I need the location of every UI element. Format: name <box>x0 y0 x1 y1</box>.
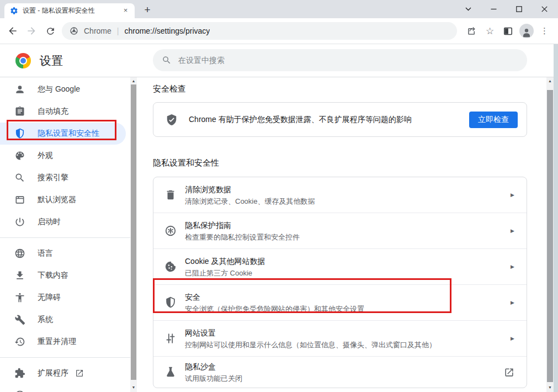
sidebar-item-partial[interactable] <box>0 384 130 392</box>
row-subtitle: 清除浏览记录、Cookie、缓存及其他数据 <box>185 197 511 206</box>
sidebar-item-languages[interactable]: 语言 <box>0 242 130 264</box>
row-privacy-guide[interactable]: 隐私保护指南 检查重要的隐私控制设置和安全控件 ▶ <box>153 213 527 249</box>
tab-close-icon[interactable]: × <box>121 6 130 15</box>
settings-main-panel: 安全检查 Chrome 有助于保护您免受数据泄露、不良扩展程序等问题的影响 立即… <box>137 77 546 392</box>
check-now-button[interactable]: 立即检查 <box>469 112 518 128</box>
sidebar-item-autofill[interactable]: 自动填充 <box>0 100 130 123</box>
chrome-logo-icon <box>15 53 31 68</box>
power-icon <box>14 216 25 227</box>
profile-avatar[interactable] <box>517 22 535 40</box>
security-check-card: Chrome 有助于保护您免受数据泄露、不良扩展程序等问题的影响 立即检查 <box>153 102 527 137</box>
sidebar-item-extensions[interactable]: 扩展程序 <box>0 362 130 384</box>
sidebar-item-you-and-google[interactable]: 您与 Google <box>0 78 130 100</box>
forward-icon[interactable] <box>22 22 41 40</box>
row-security[interactable]: 安全 安全浏览（保护您免受危险网站的侵害）和其他安全设置 ▶ <box>153 285 527 321</box>
security-check-message: Chrome 有助于保护您免受数据泄露、不良扩展程序等问题的影响 <box>189 115 469 125</box>
sidebar-item-default-browser[interactable]: 默认浏览器 <box>0 189 130 211</box>
address-bar[interactable]: Chrome | chrome://settings/privacy <box>62 22 457 40</box>
site-settings-icon <box>164 332 177 345</box>
browser-window: 设置 - 隐私设置和安全性 × + <box>0 0 558 392</box>
maximize-button[interactable] <box>506 0 532 18</box>
main-scrollbar-thumb[interactable] <box>547 90 553 382</box>
row-cookies[interactable]: Cookie 及其他网站数据 已阻止第三方 Cookie ▶ <box>153 249 527 285</box>
sidebar-item-label: 语言 <box>38 248 53 258</box>
globe-icon <box>14 248 25 259</box>
settings-content: 您与 Google 自动填充 隐私设置和安全性 外观 <box>0 77 558 392</box>
sidebar-item-privacy-and-security[interactable]: 隐私设置和安全性 <box>0 123 126 145</box>
url-text: chrome://settings/privacy <box>124 27 210 35</box>
chrome-site-icon <box>70 27 78 35</box>
sidebar-item-label: 默认浏览器 <box>38 195 76 205</box>
main-scrollbar[interactable]: ▲ ▼ <box>546 77 554 392</box>
row-clear-browsing-data[interactable]: 清除浏览数据 清除浏览记录、Cookie、缓存及其他数据 ▶ <box>153 177 527 213</box>
chevron-right-icon: ▶ <box>511 228 514 234</box>
settings-brand: 设置 <box>15 44 63 77</box>
window-controls <box>455 0 557 18</box>
url-site-label: Chrome <box>84 27 111 35</box>
back-icon[interactable] <box>3 22 22 40</box>
side-panel-icon[interactable] <box>499 22 517 40</box>
open-in-new-icon <box>504 367 514 378</box>
browser-toolbar: Chrome | chrome://settings/privacy ☆ ⋮ <box>0 18 558 44</box>
reload-icon[interactable] <box>41 22 60 40</box>
sidebar-item-downloads[interactable]: 下载内容 <box>0 264 130 287</box>
scroll-up-icon[interactable]: ▲ <box>130 77 137 84</box>
trash-icon <box>164 189 177 201</box>
sidebar-item-label: 无障碍 <box>38 293 61 303</box>
sidebar-item-accessibility[interactable]: 无障碍 <box>0 287 130 309</box>
settings-sidebar: 您与 Google 自动填充 隐私设置和安全性 外观 <box>0 77 130 392</box>
privacy-guide-icon <box>164 225 177 237</box>
chrome-circle-icon <box>14 390 25 392</box>
toolbar-right-icons: ☆ ⋮ <box>463 22 554 40</box>
minimize-button[interactable] <box>481 0 506 18</box>
history-restore-icon <box>14 336 25 347</box>
row-title: 清除浏览数据 <box>185 184 511 195</box>
browser-window-icon <box>14 194 25 205</box>
sidebar-item-label: 外观 <box>38 151 53 161</box>
scroll-down-icon[interactable]: ▼ <box>546 384 554 391</box>
privacy-shield-icon <box>14 128 25 139</box>
sidebar-scrollbar-thumb[interactable] <box>131 84 136 380</box>
scroll-up-icon[interactable]: ▲ <box>546 77 554 84</box>
sidebar-item-label: 启动时 <box>38 217 61 227</box>
share-icon[interactable] <box>463 22 481 40</box>
sidebar-item-system[interactable]: 系统 <box>0 309 130 331</box>
row-privacy-sandbox[interactable]: 隐私沙盒 试用版功能已关闭 <box>153 357 527 388</box>
security-check-heading: 安全检查 <box>153 84 527 94</box>
new-tab-button[interactable]: + <box>140 4 155 16</box>
browser-tab[interactable]: 设置 - 隐私设置和安全性 × <box>4 3 135 18</box>
window-edge <box>554 44 558 392</box>
puzzle-icon <box>14 368 25 379</box>
close-window-button[interactable] <box>532 0 557 18</box>
settings-search-box[interactable] <box>153 49 527 71</box>
url-divider: | <box>117 27 119 35</box>
flask-icon <box>164 366 177 378</box>
cookie-icon <box>164 261 177 273</box>
sidebar-divider <box>0 237 130 238</box>
sidebar-item-on-startup[interactable]: 启动时 <box>0 211 130 233</box>
row-subtitle: 安全浏览（保护您免受危险网站的侵害）和其他安全设置 <box>185 304 511 314</box>
bookmark-star-icon[interactable]: ☆ <box>481 22 499 40</box>
privacy-section-heading: 隐私设置和安全性 <box>153 158 527 168</box>
search-input[interactable] <box>178 56 518 65</box>
tab-search-chevron-icon[interactable] <box>455 0 481 18</box>
row-subtitle: 控制网站可以使用和显示什么信息（如位置信息、摄像头、弹出式窗口及其他） <box>185 340 511 350</box>
chevron-right-icon: ▶ <box>511 192 514 198</box>
scroll-down-icon[interactable]: ▼ <box>130 384 137 391</box>
download-icon <box>14 270 25 281</box>
sidebar-item-label: 隐私设置和安全性 <box>38 129 99 139</box>
row-subtitle: 检查重要的隐私控制设置和安全控件 <box>185 232 511 242</box>
sidebar-item-label: 扩展程序 <box>38 368 68 378</box>
row-site-settings[interactable]: 网站设置 控制网站可以使用和显示什么信息（如位置信息、摄像头、弹出式窗口及其他）… <box>153 321 527 357</box>
accessibility-icon <box>14 292 25 303</box>
sidebar-item-search-engine[interactable]: 搜索引擎 <box>0 167 130 189</box>
row-title: Cookie 及其他网站数据 <box>185 256 511 267</box>
sidebar-scrollbar[interactable]: ▲ ▼ <box>130 77 137 392</box>
sidebar-item-label: 下载内容 <box>38 271 68 280</box>
sidebar-item-reset-and-cleanup[interactable]: 重置并清理 <box>0 331 130 353</box>
open-in-new-icon <box>75 369 84 378</box>
search-engine-icon <box>14 172 25 183</box>
sidebar-item-appearance[interactable]: 外观 <box>0 145 130 167</box>
kebab-menu-icon[interactable]: ⋮ <box>535 22 554 40</box>
row-title: 安全 <box>185 292 511 303</box>
